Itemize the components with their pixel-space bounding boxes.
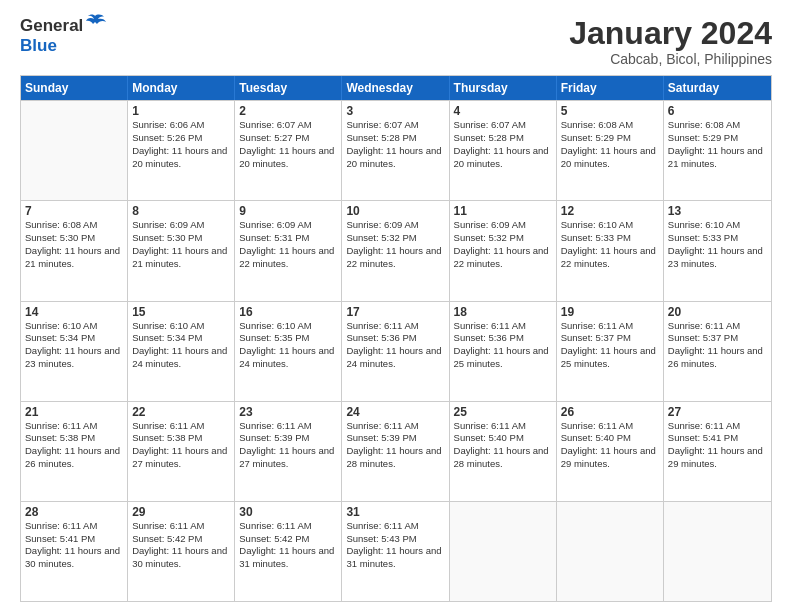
header-day-monday: Monday [128,76,235,100]
cell-info: Sunrise: 6:11 AMSunset: 5:41 PMDaylight:… [668,420,767,471]
location-subtitle: Cabcab, Bicol, Philippines [569,51,772,67]
table-row: 16Sunrise: 6:10 AMSunset: 5:35 PMDayligh… [235,302,342,401]
page: General Blue January 2024 Cabcab, Bicol,… [0,0,792,612]
day-number: 16 [239,305,337,319]
table-row: 18Sunrise: 6:11 AMSunset: 5:36 PMDayligh… [450,302,557,401]
day-number: 1 [132,104,230,118]
cell-info: Sunrise: 6:11 AMSunset: 5:39 PMDaylight:… [239,420,337,471]
day-number: 14 [25,305,123,319]
table-row [664,502,771,601]
day-number: 5 [561,104,659,118]
table-row: 2Sunrise: 6:07 AMSunset: 5:27 PMDaylight… [235,101,342,200]
cell-info: Sunrise: 6:07 AMSunset: 5:28 PMDaylight:… [346,119,444,170]
cell-info: Sunrise: 6:11 AMSunset: 5:37 PMDaylight:… [561,320,659,371]
table-row [21,101,128,200]
day-number: 19 [561,305,659,319]
day-number: 10 [346,204,444,218]
month-year-title: January 2024 [569,16,772,51]
cell-info: Sunrise: 6:09 AMSunset: 5:30 PMDaylight:… [132,219,230,270]
day-number: 4 [454,104,552,118]
header-day-tuesday: Tuesday [235,76,342,100]
cell-info: Sunrise: 6:11 AMSunset: 5:40 PMDaylight:… [561,420,659,471]
logo-bird-icon [84,14,106,34]
day-number: 22 [132,405,230,419]
header-day-sunday: Sunday [21,76,128,100]
cell-info: Sunrise: 6:11 AMSunset: 5:40 PMDaylight:… [454,420,552,471]
table-row: 28Sunrise: 6:11 AMSunset: 5:41 PMDayligh… [21,502,128,601]
header: General Blue January 2024 Cabcab, Bicol,… [20,16,772,67]
table-row: 17Sunrise: 6:11 AMSunset: 5:36 PMDayligh… [342,302,449,401]
cell-info: Sunrise: 6:11 AMSunset: 5:43 PMDaylight:… [346,520,444,571]
table-row: 15Sunrise: 6:10 AMSunset: 5:34 PMDayligh… [128,302,235,401]
cell-info: Sunrise: 6:11 AMSunset: 5:37 PMDaylight:… [668,320,767,371]
calendar-week-1: 1Sunrise: 6:06 AMSunset: 5:26 PMDaylight… [21,100,771,200]
calendar-body: 1Sunrise: 6:06 AMSunset: 5:26 PMDaylight… [21,100,771,601]
table-row: 19Sunrise: 6:11 AMSunset: 5:37 PMDayligh… [557,302,664,401]
calendar-week-3: 14Sunrise: 6:10 AMSunset: 5:34 PMDayligh… [21,301,771,401]
table-row: 10Sunrise: 6:09 AMSunset: 5:32 PMDayligh… [342,201,449,300]
table-row: 5Sunrise: 6:08 AMSunset: 5:29 PMDaylight… [557,101,664,200]
calendar-header: SundayMondayTuesdayWednesdayThursdayFrid… [21,76,771,100]
table-row: 24Sunrise: 6:11 AMSunset: 5:39 PMDayligh… [342,402,449,501]
day-number: 25 [454,405,552,419]
day-number: 2 [239,104,337,118]
day-number: 8 [132,204,230,218]
table-row: 7Sunrise: 6:08 AMSunset: 5:30 PMDaylight… [21,201,128,300]
cell-info: Sunrise: 6:06 AMSunset: 5:26 PMDaylight:… [132,119,230,170]
logo: General Blue [20,16,106,55]
table-row: 13Sunrise: 6:10 AMSunset: 5:33 PMDayligh… [664,201,771,300]
table-row: 31Sunrise: 6:11 AMSunset: 5:43 PMDayligh… [342,502,449,601]
day-number: 20 [668,305,767,319]
cell-info: Sunrise: 6:11 AMSunset: 5:42 PMDaylight:… [132,520,230,571]
cell-info: Sunrise: 6:11 AMSunset: 5:38 PMDaylight:… [25,420,123,471]
table-row: 25Sunrise: 6:11 AMSunset: 5:40 PMDayligh… [450,402,557,501]
header-day-friday: Friday [557,76,664,100]
cell-info: Sunrise: 6:08 AMSunset: 5:29 PMDaylight:… [561,119,659,170]
cell-info: Sunrise: 6:09 AMSunset: 5:32 PMDaylight:… [454,219,552,270]
day-number: 31 [346,505,444,519]
day-number: 3 [346,104,444,118]
day-number: 18 [454,305,552,319]
day-number: 23 [239,405,337,419]
table-row: 8Sunrise: 6:09 AMSunset: 5:30 PMDaylight… [128,201,235,300]
calendar-week-4: 21Sunrise: 6:11 AMSunset: 5:38 PMDayligh… [21,401,771,501]
day-number: 30 [239,505,337,519]
calendar-week-2: 7Sunrise: 6:08 AMSunset: 5:30 PMDaylight… [21,200,771,300]
table-row: 1Sunrise: 6:06 AMSunset: 5:26 PMDaylight… [128,101,235,200]
table-row: 29Sunrise: 6:11 AMSunset: 5:42 PMDayligh… [128,502,235,601]
table-row: 12Sunrise: 6:10 AMSunset: 5:33 PMDayligh… [557,201,664,300]
day-number: 13 [668,204,767,218]
logo-blue-text: Blue [20,36,106,56]
table-row: 9Sunrise: 6:09 AMSunset: 5:31 PMDaylight… [235,201,342,300]
cell-info: Sunrise: 6:08 AMSunset: 5:30 PMDaylight:… [25,219,123,270]
day-number: 6 [668,104,767,118]
day-number: 11 [454,204,552,218]
calendar: SundayMondayTuesdayWednesdayThursdayFrid… [20,75,772,602]
cell-info: Sunrise: 6:11 AMSunset: 5:42 PMDaylight:… [239,520,337,571]
cell-info: Sunrise: 6:09 AMSunset: 5:32 PMDaylight:… [346,219,444,270]
table-row: 20Sunrise: 6:11 AMSunset: 5:37 PMDayligh… [664,302,771,401]
day-number: 21 [25,405,123,419]
table-row: 22Sunrise: 6:11 AMSunset: 5:38 PMDayligh… [128,402,235,501]
cell-info: Sunrise: 6:10 AMSunset: 5:35 PMDaylight:… [239,320,337,371]
cell-info: Sunrise: 6:10 AMSunset: 5:34 PMDaylight:… [132,320,230,371]
logo-general-text: General [20,16,83,36]
day-number: 15 [132,305,230,319]
cell-info: Sunrise: 6:11 AMSunset: 5:39 PMDaylight:… [346,420,444,471]
cell-info: Sunrise: 6:08 AMSunset: 5:29 PMDaylight:… [668,119,767,170]
day-number: 7 [25,204,123,218]
cell-info: Sunrise: 6:07 AMSunset: 5:28 PMDaylight:… [454,119,552,170]
cell-info: Sunrise: 6:11 AMSunset: 5:41 PMDaylight:… [25,520,123,571]
table-row [450,502,557,601]
table-row: 23Sunrise: 6:11 AMSunset: 5:39 PMDayligh… [235,402,342,501]
table-row: 21Sunrise: 6:11 AMSunset: 5:38 PMDayligh… [21,402,128,501]
day-number: 9 [239,204,337,218]
cell-info: Sunrise: 6:11 AMSunset: 5:38 PMDaylight:… [132,420,230,471]
cell-info: Sunrise: 6:10 AMSunset: 5:33 PMDaylight:… [668,219,767,270]
day-number: 28 [25,505,123,519]
day-number: 29 [132,505,230,519]
day-number: 26 [561,405,659,419]
header-day-thursday: Thursday [450,76,557,100]
table-row: 4Sunrise: 6:07 AMSunset: 5:28 PMDaylight… [450,101,557,200]
cell-info: Sunrise: 6:09 AMSunset: 5:31 PMDaylight:… [239,219,337,270]
